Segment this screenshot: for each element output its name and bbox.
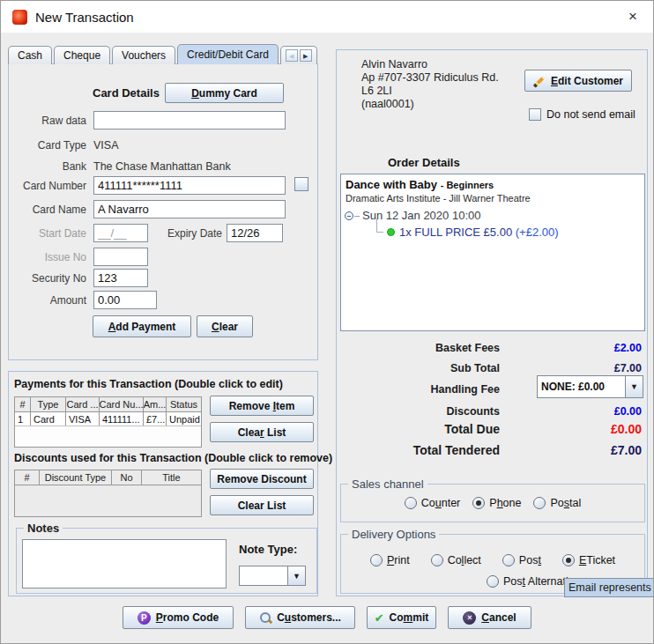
tab-credit-debit-card[interactable]: Credit/Debit Card — [177, 44, 279, 64]
card-number-label: Card Number — [9, 180, 86, 193]
discounts-clear-list-button[interactable]: Clear List — [210, 495, 314, 515]
do-not-send-email-checkbox[interactable] — [529, 108, 541, 121]
search-icon — [259, 611, 271, 624]
note-type-combo[interactable]: ▼ — [239, 566, 306, 586]
radio-icon — [431, 554, 443, 566]
card-type-label: Card Type — [9, 139, 86, 152]
promo-code-button[interactable]: P Promo Code — [123, 606, 234, 629]
payments-table[interactable]: # Type Card ... Card Nu... Am... Status … — [14, 396, 202, 448]
security-no-label: Security No — [9, 272, 86, 285]
tab-cheque[interactable]: Cheque — [54, 46, 110, 64]
order-summary-panel: Alvin Navarro Ap #707-3307 Ridiculus Rd.… — [336, 49, 648, 596]
chevron-down-icon: ▼ — [625, 376, 643, 397]
expiry-date-label: Expiry Date — [167, 227, 222, 241]
bank-value: The Chase Manhattan Bank — [93, 160, 231, 174]
tab-scroll-left-button[interactable]: ◀ — [286, 49, 298, 62]
customer-address-1: Ap #707-3307 Ridiculus Rd. — [361, 71, 499, 85]
radio-icon — [533, 497, 546, 509]
tab-cash[interactable]: Cash — [8, 46, 52, 64]
card-type-value: VISA — [93, 139, 119, 152]
radio-phone[interactable]: Phone — [472, 497, 521, 509]
raw-data-input[interactable] — [93, 111, 286, 130]
radio-post[interactable]: Post — [502, 554, 541, 566]
radio-counter[interactable]: Counter — [405, 497, 460, 509]
bank-label: Bank — [9, 160, 86, 174]
discounts-table[interactable]: # Discount Type No Title — [14, 470, 202, 517]
handling-fee-value: NONE: £0.00 — [538, 376, 625, 397]
customer-address-2: L6 2LI — [361, 85, 392, 98]
handling-fee-label: Handling Fee — [431, 382, 500, 396]
tab-scroll-right-button[interactable]: ▶ — [300, 49, 312, 62]
pencil-icon — [533, 75, 546, 87]
radio-post-alternative[interactable]: Post Alternati — [487, 575, 569, 588]
radio-icon — [370, 554, 383, 566]
payments-clear-list-button[interactable]: Clear List — [210, 422, 314, 442]
event-venue: Dramatic Arts Institute - Jill Warner Th… — [346, 193, 531, 204]
titlebar: New Transaction × — [1, 1, 653, 33]
total-due-value: £0.00 — [611, 422, 642, 436]
radio-icon — [487, 575, 499, 588]
card-name-label: Card Name — [9, 204, 86, 217]
event-subtitle: - Beginners — [441, 180, 494, 190]
remove-item-button[interactable]: Remove Item — [210, 396, 314, 416]
amount-label: Amount — [9, 294, 86, 307]
check-icon: ✔ — [375, 612, 384, 624]
issue-no-label: Issue No — [9, 251, 86, 264]
dummy-card-button[interactable]: Dummy Card — [165, 83, 284, 103]
security-no-input[interactable] — [93, 269, 148, 287]
add-payment-button[interactable]: Add Payment — [93, 315, 191, 337]
start-date-input[interactable] — [93, 224, 148, 242]
total-due-label: Total Due — [444, 422, 500, 436]
payments-header-row: # Type Card ... Card Nu... Am... Status — [15, 397, 201, 412]
event-title: Dance with Baby - Beginners — [346, 178, 494, 191]
discounts-title: Discounts used for this Transaction (Dou… — [14, 452, 332, 464]
chevron-right-icon: ▶ — [303, 53, 308, 59]
customers-button[interactable]: Customers... — [245, 606, 355, 629]
customer-account-code: (naal0001) — [361, 98, 414, 111]
expiry-date-input[interactable] — [227, 224, 283, 242]
tab-vouchers[interactable]: Vouchers — [112, 46, 175, 64]
clear-button[interactable]: Clear — [197, 315, 253, 337]
delivery-options-label: Delivery Options — [348, 528, 439, 541]
card-number-input[interactable] — [93, 176, 286, 195]
edit-customer-button[interactable]: Edit Customer — [524, 70, 632, 92]
promo-code-icon: P — [137, 611, 151, 625]
payments-title: Payments for this Transaction (Double cl… — [14, 378, 283, 390]
payments-table-row[interactable]: 1 Card VISA 411111... £7... Unpaid — [15, 412, 201, 426]
basket-fees-value: £2.00 — [614, 341, 642, 355]
radio-postal[interactable]: Postal — [533, 497, 581, 509]
window-title: New Transaction — [35, 10, 134, 25]
raw-data-label: Raw data — [9, 115, 86, 128]
order-details-tree: Dance with Baby - Beginners Dramatic Art… — [340, 174, 645, 331]
do-not-send-email-option[interactable]: Do not send email — [529, 108, 635, 121]
handling-fee-combo[interactable]: NONE: £0.00 ▼ — [537, 375, 643, 398]
radio-icon — [502, 554, 515, 566]
radio-icon — [405, 497, 417, 509]
radio-print[interactable]: Print — [370, 554, 410, 566]
credit-card-panel: Card Details Dummy Card Raw data Card Ty… — [8, 63, 318, 360]
radio-collect[interactable]: Collect — [431, 554, 481, 566]
issue-no-input[interactable] — [93, 248, 148, 266]
commit-button[interactable]: ✔ Commit — [367, 606, 436, 629]
total-tendered-label: Total Tendered — [413, 443, 500, 457]
new-transaction-dialog: New Transaction × Cash Cheque Vouchers C… — [0, 0, 654, 644]
basket-fees-label: Basket Fees — [435, 341, 500, 355]
cancel-button[interactable]: × Cancel — [448, 606, 531, 629]
ticket-node[interactable]: 1x FULL PRICE £5.00 (+£2.00) — [399, 226, 559, 239]
discounts-label: Discounts — [447, 404, 500, 418]
radio-eticket[interactable]: ETicket — [562, 554, 615, 566]
chevron-down-icon: ▼ — [287, 566, 305, 585]
radio-icon — [562, 554, 575, 566]
notes-textarea[interactable] — [22, 539, 227, 588]
card-name-input[interactable] — [93, 200, 286, 218]
tree-collapse-handle[interactable] — [345, 211, 353, 220]
sub-total-label: Sub Total — [450, 361, 500, 375]
notes-group: Notes Note Type: ▼ — [16, 528, 317, 594]
card-number-aux-button[interactable] — [294, 177, 308, 191]
card-details-label: Card Details — [93, 86, 160, 100]
cancel-icon: × — [463, 611, 476, 625]
amount-input[interactable] — [93, 291, 157, 309]
total-tendered-value: £7.00 — [611, 443, 642, 457]
remove-discount-button[interactable]: Remove Discount — [210, 469, 314, 489]
close-button[interactable]: × — [613, 1, 653, 33]
